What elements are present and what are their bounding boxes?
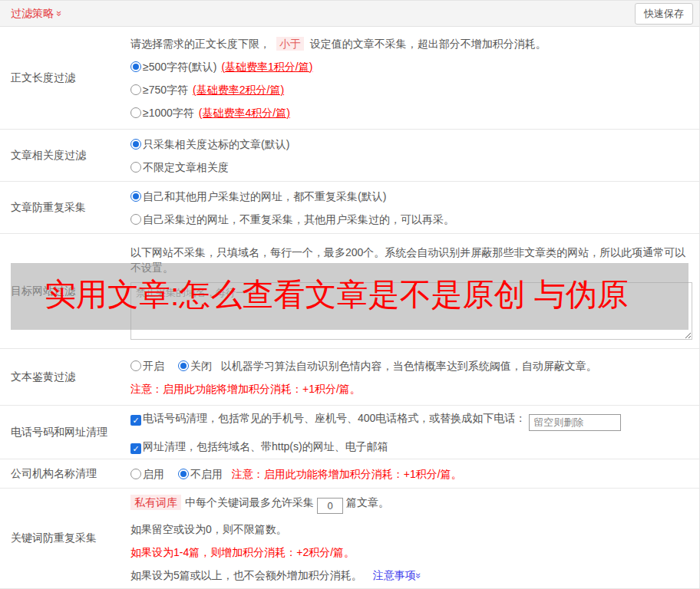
option-label: ≥500字符(默认) [143,61,216,73]
company-cleanup-note: 注意：启用此功能将增加积分消耗：+1积分/篇。 [232,468,462,480]
row-content: 自己和其他用户采集过的网址，都不重复采集(默认) 自己采集过的网址，不重复采集，… [130,182,699,233]
relevance-option-strict[interactable]: 只采集相关度达标的文章(默认) [130,137,692,152]
row-label: 电话号码和网址清理 [0,406,130,459]
row-content: 开启 关闭 以机器学习算法自动识别色情内容，当色情概率达到系统阈值，自动屏蔽文章… [130,349,699,405]
quick-save-button[interactable]: 快速保存 [635,3,693,25]
keyword-note-five-text: 如果设为5篇或以上，也不会额外增加积分消耗。 [130,569,362,581]
keyword-count-input[interactable] [317,498,343,514]
row-label: 文章相关度过滤 [0,130,130,181]
checkbox-url-cleanup[interactable] [130,443,141,454]
keyword-note-cost: 如果设为1-4篇，则增加积分消耗：+2积分/篇。 [130,545,692,560]
radio-500-chars[interactable] [130,61,141,72]
keyword-limit-text-post: 篇文章。 [346,496,389,508]
option-label: 启用 [143,468,164,480]
section-title-filter-strategy[interactable]: 过滤策略 » [11,7,62,21]
porn-filter-options: 开启 关闭 以机器学习算法自动识别色情内容，当色情概率达到系统阈值，自动屏蔽文章… [130,358,692,373]
private-lexicon-link[interactable]: 私有词库 [130,495,181,510]
checkbox-phone-cleanup[interactable] [130,415,141,426]
option-label: ≥750字符 [143,84,188,96]
row-content: 请选择需求的正文长度下限， 小于 设定值的文章不采集，超出部分不增加积分消耗。 … [130,27,699,129]
row-porn-filter: 文本鉴黄过滤 开启 关闭 以机器学习算法自动识别色情内容，当色情概率达到系统阈值… [0,349,699,406]
replacement-phone-input[interactable] [529,414,621,431]
row-keyword-anti-duplicate: 关键词防重复采集 私有词库中每个关键词最多允许采集篇文章。 如果留空或设为0，则… [0,489,699,589]
relevance-option-any[interactable]: 不限定文章相关度 [130,160,692,175]
option-label: 开启 [143,360,164,372]
length-filter-intro: 请选择需求的正文长度下限， 小于 设定值的文章不采集，超出部分不增加积分消耗。 [130,36,692,51]
row-label: 文本鉴黄过滤 [0,349,130,405]
dedupe-option-self[interactable]: 自己采集过的网址，不重复采集，其他用户采集过的，可以再采。 [130,212,692,227]
porn-filter-note: 注意：启用此功能将增加积分消耗：+1积分/篇。 [130,381,692,397]
option-label: 不启用 [190,468,223,480]
keyword-limit-line: 私有词库中每个关键词最多允许采集篇文章。 [130,495,692,514]
filter-strategy-page: 过滤策略 » 快速保存 正文长度过滤 请选择需求的正文长度下限， 小于 设定值的… [0,0,700,589]
intro-text-post: 设定值的文章不采集，超出部分不增加积分消耗。 [310,38,546,50]
option-label: 不限定文章相关度 [143,161,229,173]
dedupe-option-global[interactable]: 自己和其他用户采集过的网址，都不重复采集(默认) [130,189,692,204]
row-label: 关键词防重复采集 [0,489,130,588]
company-cleanup-options: 启用 不启用 注意：启用此功能将增加积分消耗：+1积分/篇。 [130,466,692,482]
chevron-down-icon: » [54,11,64,16]
section-title-label: 过滤策略 [11,7,54,21]
radio-porn-off[interactable] [178,360,189,371]
phone-cleanup-line: 电话号码清理，包括常见的手机号、座机号、400电话格式，或替换成如下电话： [130,410,692,431]
keyword-note-five: 如果设为5篇或以上，也不会额外增加积分消耗。 注意事项» [130,568,692,583]
less-than-badge: 小于 [276,37,304,51]
row-content: 私有词库中每个关键词最多允许采集篇文章。 如果留空或设为0，则不限篇数。 如果设… [130,489,699,588]
fee-link-3[interactable]: (基础费率4积分/篇) [199,107,290,119]
option-label: 只采集相关度达标的文章(默认) [143,138,289,150]
radio-dedupe-global[interactable] [130,191,141,202]
keyword-limit-text: 中每个关键词最多允许采集 [185,496,314,508]
row-text-length-filter: 正文长度过滤 请选择需求的正文长度下限， 小于 设定值的文章不采集，超出部分不增… [0,27,699,130]
radio-company-off[interactable] [178,469,189,479]
option-label: ≥1000字符 [143,107,194,119]
radio-1000-chars[interactable] [130,107,141,118]
keyword-note-zero: 如果留空或设为0，则不限篇数。 [130,522,692,537]
chevron-down-icon: » [414,572,424,577]
radio-750-chars[interactable] [130,84,141,95]
notice-link-label: 注意事项 [373,569,416,581]
row-label: 文章防重复采集 [0,182,130,233]
notice-link[interactable]: 注意事项» [373,569,421,581]
watermark-text: 实用文章:怎么查看文章是不是原创 与伪原 [45,276,629,313]
length-option-750[interactable]: ≥750字符(基础费率2积分/篇) [130,82,692,97]
url-cleanup-line: 网址清理，包括纯域名、带http(s)的网址、电子邮箱 [130,439,692,454]
intro-text-pre: 请选择需求的正文长度下限， [130,38,270,50]
row-content: 只采集相关度达标的文章(默认) 不限定文章相关度 [130,130,699,181]
option-label: 网址清理，包括纯域名、带http(s)的网址、电子邮箱 [143,440,388,452]
topbar: 过滤策略 » 快速保存 [0,0,699,27]
length-option-1000[interactable]: ≥1000字符(基础费率4积分/篇) [130,105,692,120]
row-content: 电话号码清理，包括常见的手机号、座机号、400电话格式，或替换成如下电话： 网址… [130,406,699,459]
radio-porn-on[interactable] [130,360,141,371]
radio-relevance-strict[interactable] [130,139,141,150]
radio-dedupe-self[interactable] [130,214,141,225]
row-label: 正文长度过滤 [0,27,130,129]
option-label: 自己和其他用户采集过的网址，都不重复采集(默认) [143,190,386,202]
option-label: 电话号码清理，包括常见的手机号、座机号、400电话格式，或替换成如下电话： [143,412,526,424]
row-anti-duplicate: 文章防重复采集 自己和其他用户采集过的网址，都不重复采集(默认) 自己采集过的网… [0,182,699,234]
row-relevance-filter: 文章相关度过滤 只采集相关度达标的文章(默认) 不限定文章相关度 [0,130,699,182]
option-label: 关闭 [190,360,212,372]
row-company-name-cleanup: 公司机构名称清理 启用 不启用 注意：启用此功能将增加积分消耗：+1积分/篇。 [0,459,699,489]
length-option-500[interactable]: ≥500字符(默认)(基础费率1积分/篇) [130,59,692,74]
radio-relevance-any[interactable] [130,162,141,173]
option-label: 自己采集过的网址，不重复采集，其他用户采集过的，可以再采。 [143,213,454,225]
porn-filter-desc: 以机器学习算法自动识别色情内容，当色情概率达到系统阈值，自动屏蔽文章。 [221,360,597,372]
fee-link-1[interactable]: (基础费率1积分/篇) [221,61,312,73]
row-content: 启用 不启用 注意：启用此功能将增加积分消耗：+1积分/篇。 [130,459,699,488]
row-phone-url-cleanup: 电话号码和网址清理 电话号码清理，包括常见的手机号、座机号、400电话格式，或替… [0,406,699,459]
radio-company-on[interactable] [130,469,141,479]
row-label: 公司机构名称清理 [0,459,130,488]
fee-link-2[interactable]: (基础费率2积分/篇) [193,84,284,96]
